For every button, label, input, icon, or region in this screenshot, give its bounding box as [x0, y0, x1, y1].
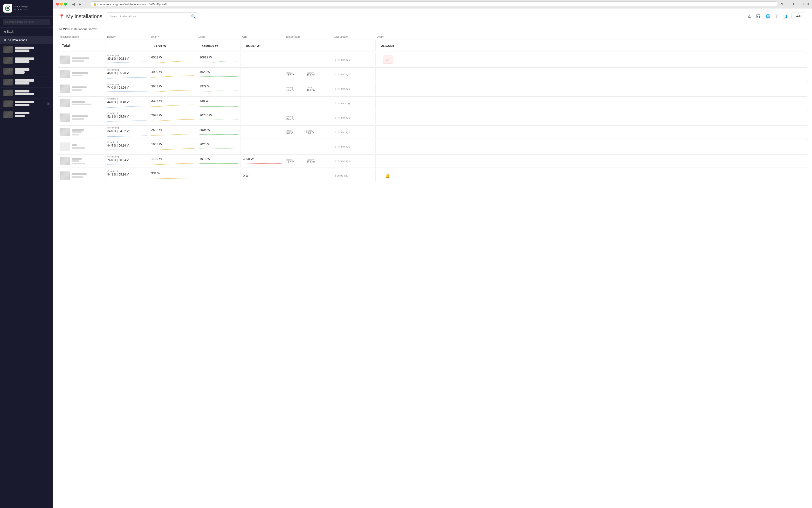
sidebar-search-input[interactable] — [3, 19, 50, 25]
sidebar-installation-3[interactable] — [0, 66, 53, 77]
back-button[interactable]: ◀ — [71, 2, 76, 6]
temp-arrow-icon[interactable]: › — [329, 73, 330, 76]
upload-button[interactable]: ↑ — [774, 13, 779, 20]
url-bar[interactable]: 🔒 vrm.victronenergy.com/installation-ove… — [90, 1, 777, 7]
table-row[interactable]: Charging ℹ 44.0 % | 53.48 V — [57, 96, 808, 110]
total-temp-cell — [284, 40, 332, 51]
row-name-cell — [57, 69, 105, 80]
temp-arrow-icon[interactable]: › — [329, 159, 330, 163]
table-row[interactable]: Discharging ℹ 76.0 % | 58.54 V — [57, 154, 808, 168]
row-update-cell: a minute ago — [332, 68, 376, 81]
row-load-cell — [197, 169, 241, 182]
battery-values: 94.5 % | 56.19 V — [107, 144, 147, 147]
temp-info: Battery 19.0 °C — [286, 159, 294, 164]
temp-info: Battery 9.0 °C — [286, 130, 293, 135]
battery-values: 94.3 % | 55.36 V — [107, 173, 147, 176]
col-header-temperature: Temperature — [286, 35, 334, 38]
table-row[interactable]: Charging ℹ 94.3 % | 55.36 V — [57, 169, 808, 182]
install-info — [15, 90, 50, 96]
install-count-number: 2235 — [63, 27, 70, 31]
filter-button[interactable]: ⛾ — [755, 13, 762, 20]
battery-chart — [107, 75, 147, 80]
row-alarm-cell: ⚠ — [376, 53, 400, 66]
battery-chart — [107, 118, 147, 123]
chart-button[interactable]: 📊 — [781, 12, 789, 20]
windows-icon[interactable]: ⧉ — [807, 2, 809, 6]
battery-status: Discharging ℹ — [107, 83, 147, 85]
table-row[interactable]: Charging ℹ 94.5 % | 56.19 V — [57, 140, 808, 153]
minimize-dot[interactable] — [60, 3, 63, 6]
add-button[interactable]: Add — [792, 12, 806, 20]
row-load-cell: 4978 W — [197, 155, 241, 168]
search-button[interactable]: 🔍 — [191, 14, 196, 18]
sidebar-item-all-installations[interactable]: ⊞ All installations — [0, 36, 53, 44]
temp-arrow-icon[interactable]: › — [329, 130, 330, 134]
battery-values: 51.3 % | 55.79 V — [107, 115, 147, 118]
share-icon[interactable]: ↑□ — [797, 2, 801, 6]
row-alarm-cell — [376, 68, 400, 81]
search-input[interactable] — [106, 12, 198, 20]
table-row[interactable]: Discharging ℹ 74.0 % | 58.66 V — [57, 82, 808, 95]
sidebar-installation-5[interactable] — [0, 88, 53, 98]
temp-arrow-icon[interactable]: › — [329, 87, 330, 90]
table-row[interactable]: Discharging ℹ 85.2 % | 50.33 V — [57, 53, 808, 67]
row-load-cell: 20812 W — [197, 53, 241, 66]
page-content: 📍 My installations 🔍 ⚠ ⛾ 🌐 ↑ 📊 Add All 2… — [53, 8, 812, 508]
solar-chart — [151, 175, 194, 180]
row-name-cell — [57, 112, 105, 123]
col-header-grid: Grid — [242, 35, 286, 38]
battery-status: Charging ℹ — [107, 141, 147, 143]
sidebar-installation-4[interactable] — [0, 77, 53, 88]
row-temp-cell — [284, 169, 332, 182]
alarm-badge[interactable]: ⚠ — [383, 55, 393, 64]
row-battery-cell: Charging ℹ 51.3 % | 55.79 V — [105, 111, 149, 124]
row-thumb — [60, 157, 70, 165]
install-thumb — [3, 79, 13, 85]
maximize-dot[interactable] — [64, 3, 67, 6]
temp-row-1: Battery 9.0 °C Battery 15.0 °C › — [286, 130, 330, 135]
table-row[interactable]: Discharging ℹ 34.0 % | 54.02 V — [57, 125, 808, 139]
grid-icon: ⊞ — [3, 38, 6, 42]
solar-chart — [151, 60, 194, 64]
row-alarm-cell — [376, 111, 400, 124]
row-alarm-cell: 🔔 — [376, 169, 400, 182]
row-thumb — [60, 142, 70, 151]
battery-status: Discharging ℹ — [107, 69, 147, 71]
sidebar-installation-7[interactable] — [0, 110, 53, 120]
table-row[interactable]: Charging ℹ 51.3 % | 55.79 V — [57, 111, 808, 124]
row-solar-cell: 3643 W — [149, 82, 197, 95]
sidebar-back-button[interactable]: ◀ Back — [0, 28, 53, 36]
close-dot[interactable] — [56, 3, 59, 6]
table-row[interactable]: Discharging ℹ 46.0 % | 55.20 V — [57, 67, 808, 81]
sidebar-installation-6[interactable]: 2 — [0, 98, 53, 110]
globe-button[interactable]: 🌐 — [764, 12, 772, 20]
install-thumb — [3, 68, 13, 75]
row-thumb — [60, 85, 70, 93]
row-grid-cell — [241, 111, 284, 124]
row-alarm-cell — [376, 155, 400, 168]
temp-row-1: Battery 15.0 °C Battery 15.0 °C › — [286, 86, 330, 91]
row-name-text — [72, 57, 89, 62]
new-tab-icon[interactable]: + — [803, 2, 805, 6]
install-thumb — [3, 90, 13, 96]
search-bar-wrap: 🔍 — [106, 12, 198, 20]
row-name-cell — [57, 83, 105, 94]
bell-icon: 🔔 — [385, 173, 390, 178]
browser-bar: ◀ ▶ 🔒 vrm.victronenergy.com/installation… — [53, 0, 812, 8]
row-grid-cell — [241, 82, 284, 95]
solar-chart — [151, 89, 194, 93]
battery-chart — [107, 60, 147, 65]
sidebar-installation-2[interactable] — [0, 55, 53, 66]
download-icon[interactable]: ⬇ — [792, 2, 795, 6]
install-info — [15, 47, 50, 52]
load-chart — [199, 74, 238, 79]
row-temp-cell — [284, 96, 332, 110]
back-arrow-icon: ◀ — [3, 30, 6, 33]
main-content: ◀ ▶ 🔒 vrm.victronenergy.com/installation… — [53, 0, 812, 508]
reload-button[interactable]: ↻ — [779, 2, 784, 6]
page-header: 📍 My installations 🔍 ⚠ ⛾ 🌐 ↑ 📊 Add — [53, 8, 812, 25]
sidebar-installation-1[interactable] — [0, 44, 53, 55]
alert-filter-button[interactable]: ⚠ — [746, 12, 752, 20]
row-name-cell — [57, 141, 105, 152]
forward-button[interactable]: ▶ — [78, 2, 83, 6]
